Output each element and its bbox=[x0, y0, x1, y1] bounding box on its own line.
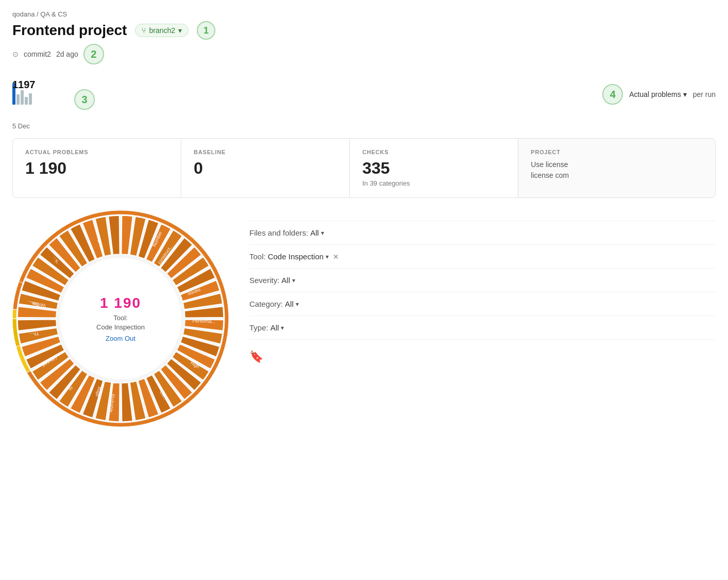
stat-actual-problems: ACTUAL PROBLEMS 1 190 bbox=[13, 139, 181, 197]
stat-baseline: BASELINE 0 bbox=[181, 139, 350, 197]
donut-center: 1 190 Tool: Code Inspection Zoom Out bbox=[96, 295, 145, 342]
actual-problems-label: ACTUAL PROBLEMS bbox=[25, 149, 168, 155]
baseline-label: BASELINE bbox=[194, 149, 337, 155]
checks-label: CHECKS bbox=[362, 149, 505, 155]
project-title: Frontend project bbox=[12, 22, 127, 39]
step-3-badge: 3 bbox=[74, 89, 95, 110]
chart-date-label: 5 Dec bbox=[12, 122, 716, 130]
stats-row: ACTUAL PROBLEMS 1 190 BASELINE 0 CHECKS … bbox=[12, 138, 716, 198]
baseline-value: 0 bbox=[194, 159, 337, 177]
filter-severity-label: Severity: bbox=[249, 276, 279, 285]
svg-text:Performa...: Performa... bbox=[193, 318, 216, 324]
donut-zoom-out-button[interactable]: Zoom Out bbox=[96, 335, 145, 342]
filter-files-value: All bbox=[310, 228, 319, 237]
filters-panel: Files and folders: All ▾ Tool: Code Insp… bbox=[249, 210, 716, 363]
chart-total-number: 1197 bbox=[12, 79, 36, 91]
chart-controls: 4 Actual problems ▾ per run bbox=[602, 84, 716, 105]
branch-name: branch2 bbox=[149, 26, 175, 35]
branch-chevron-icon: ▾ bbox=[178, 26, 182, 35]
filter-tool-value: Code Inspection bbox=[268, 252, 324, 261]
branch-selector[interactable]: ⑂ branch2 ▾ bbox=[135, 24, 189, 37]
filter-severity[interactable]: Severity: All ▾ bbox=[249, 269, 716, 292]
filter-files-label: Files and folders: bbox=[249, 228, 308, 237]
donut-center-label: Tool: Code Inspection bbox=[96, 314, 145, 333]
filter-files-chevron-icon: ▾ bbox=[321, 229, 324, 237]
filter-category-chevron-icon: ▾ bbox=[296, 301, 299, 308]
commit-icon: ⊙ bbox=[12, 50, 19, 58]
filter-tool[interactable]: Tool: Code Inspection ▾ ✕ bbox=[249, 245, 716, 269]
checks-value: 335 bbox=[362, 159, 505, 177]
project-stat-label: PROJECT bbox=[531, 149, 703, 155]
commit-info: ⊙ commit2 2d ago 2 bbox=[12, 44, 716, 64]
per-run-label: per run bbox=[693, 90, 716, 98]
filter-files-folders[interactable]: Files and folders: All ▾ bbox=[249, 221, 716, 245]
actual-problems-dropdown[interactable]: Actual problems ▾ bbox=[629, 90, 686, 98]
filter-type-label: Type: bbox=[249, 323, 268, 332]
stat-checks: CHECKS 335 In 39 categories bbox=[350, 139, 518, 197]
step-2-badge: 2 bbox=[83, 44, 104, 64]
filter-severity-chevron-icon: ▾ bbox=[292, 277, 295, 284]
mini-chart-section: 1197 3 4 Actual problems ▾ per run bbox=[12, 79, 716, 120]
filter-tool-clear-button[interactable]: ✕ bbox=[333, 253, 339, 261]
step-1-badge: 1 bbox=[197, 21, 215, 40]
filter-type[interactable]: Type: All ▾ bbox=[249, 316, 716, 340]
commit-id: commit2 bbox=[24, 50, 51, 58]
stat-project: PROJECT Use license license com bbox=[518, 139, 715, 197]
donut-center-number: 1 190 bbox=[96, 295, 145, 312]
filter-category-value: All bbox=[285, 300, 294, 308]
chart-bar bbox=[29, 93, 32, 105]
actual-problems-value: 1 190 bbox=[25, 159, 168, 177]
checks-sublabel: In 39 categories bbox=[362, 179, 505, 187]
filter-category-label: Category: bbox=[249, 300, 283, 308]
filter-severity-value: All bbox=[281, 276, 290, 285]
dropdown-label: Actual problems bbox=[629, 90, 681, 98]
chart-bar bbox=[16, 94, 20, 105]
step-4-badge: 4 bbox=[602, 84, 623, 105]
breadcrumb: qodana / QA & CS bbox=[12, 10, 716, 18]
chart-bar bbox=[25, 97, 28, 105]
commit-age: 2d ago bbox=[56, 50, 78, 58]
donut-chart-container: Co...'s...Contro...Numberconstruct...Num… bbox=[12, 210, 229, 427]
page-container: qodana / QA & CS Frontend project ⑂ bran… bbox=[0, 0, 728, 437]
main-content: Co...'s...Contro...Numberconstruct...Num… bbox=[12, 210, 716, 427]
filter-type-chevron-icon: ▾ bbox=[281, 324, 284, 332]
filter-type-value: All bbox=[270, 323, 279, 332]
filter-category[interactable]: Category: All ▾ bbox=[249, 292, 716, 316]
dropdown-chevron-icon: ▾ bbox=[683, 90, 687, 98]
filter-tool-label: Tool: bbox=[249, 252, 266, 261]
project-stat-text: Use license license com bbox=[531, 159, 703, 181]
filter-tool-chevron-icon: ▾ bbox=[326, 253, 329, 260]
project-header: Frontend project ⑂ branch2 ▾ 1 bbox=[12, 21, 716, 40]
branch-icon: ⑂ bbox=[142, 26, 146, 35]
bookmark-icon[interactable]: 🔖 bbox=[249, 350, 716, 363]
chart-bar bbox=[21, 90, 24, 105]
